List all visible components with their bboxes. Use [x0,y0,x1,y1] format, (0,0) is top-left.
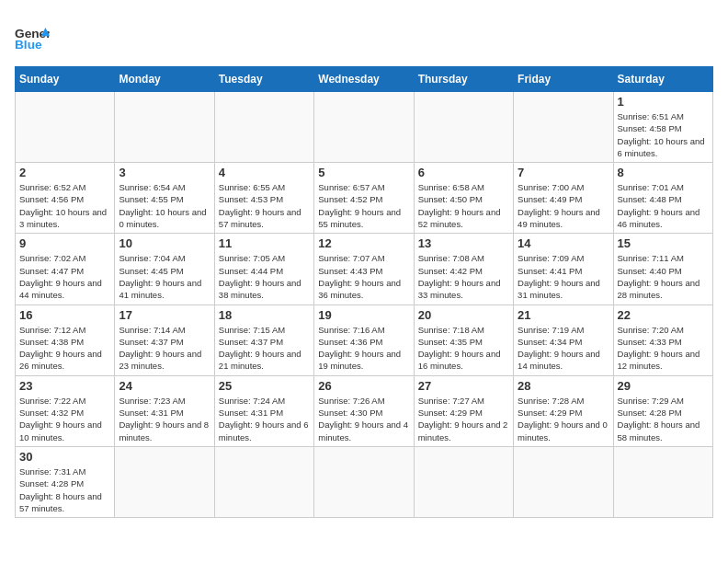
calendar-cell [414,92,513,163]
calendar-cell: 29Sunrise: 7:29 AM Sunset: 4:28 PM Dayli… [613,375,712,446]
day-info: Sunrise: 7:11 AM Sunset: 4:40 PM Dayligh… [618,252,709,301]
day-number: 16 [19,308,110,322]
calendar-week-4: 23Sunrise: 7:22 AM Sunset: 4:32 PM Dayli… [16,375,713,446]
day-info: Sunrise: 7:26 AM Sunset: 4:30 PM Dayligh… [318,395,409,443]
day-info: Sunrise: 7:31 AM Sunset: 4:28 PM Dayligh… [19,465,110,514]
day-number: 2 [19,166,110,179]
calendar-cell: 24Sunrise: 7:23 AM Sunset: 4:31 PM Dayli… [115,375,214,446]
calendar-cell: 14Sunrise: 7:09 AM Sunset: 4:41 PM Dayli… [514,234,613,304]
day-info: Sunrise: 7:09 AM Sunset: 4:41 PM Dayligh… [518,252,609,301]
day-number: 3 [119,166,210,179]
calendar-cell: 28Sunrise: 7:28 AM Sunset: 4:29 PM Dayli… [514,375,613,446]
day-number: 20 [418,308,509,322]
day-header-thursday: Thursday [414,67,513,92]
calendar-cell: 10Sunrise: 7:04 AM Sunset: 4:45 PM Dayli… [115,234,214,304]
calendar-week-3: 16Sunrise: 7:12 AM Sunset: 4:38 PM Dayli… [16,304,713,375]
day-header-wednesday: Wednesday [314,67,414,92]
day-number: 11 [219,236,310,250]
logo-icon: General Blue [15,22,50,57]
day-number: 1 [618,95,709,109]
day-info: Sunrise: 7:15 AM Sunset: 4:37 PM Dayligh… [219,324,310,373]
calendar-cell: 5Sunrise: 6:57 AM Sunset: 4:52 PM Daylig… [314,163,414,234]
day-info: Sunrise: 7:08 AM Sunset: 4:42 PM Dayligh… [418,252,509,301]
calendar-cell [314,92,414,163]
calendar-cell: 12Sunrise: 7:07 AM Sunset: 4:43 PM Dayli… [314,234,414,304]
calendar-cell [613,446,712,517]
logo: General Blue [15,15,50,57]
day-info: Sunrise: 6:58 AM Sunset: 4:50 PM Dayligh… [418,181,509,230]
calendar-cell: 16Sunrise: 7:12 AM Sunset: 4:38 PM Dayli… [16,304,115,375]
day-info: Sunrise: 7:00 AM Sunset: 4:49 PM Dayligh… [518,181,609,230]
calendar-week-1: 2Sunrise: 6:52 AM Sunset: 4:56 PM Daylig… [16,163,713,234]
day-number: 30 [19,450,110,464]
calendar-cell [115,92,214,163]
day-header-saturday: Saturday [613,67,712,92]
calendar-cell: 7Sunrise: 7:00 AM Sunset: 4:49 PM Daylig… [514,163,613,234]
day-number: 17 [119,308,210,322]
day-info: Sunrise: 7:05 AM Sunset: 4:44 PM Dayligh… [219,252,310,301]
day-info: Sunrise: 7:04 AM Sunset: 4:45 PM Dayligh… [119,252,210,301]
calendar-week-2: 9Sunrise: 7:02 AM Sunset: 4:47 PM Daylig… [16,234,713,304]
day-number: 23 [19,379,110,393]
day-number: 18 [219,308,310,322]
day-info: Sunrise: 7:29 AM Sunset: 4:28 PM Dayligh… [618,395,709,443]
day-info: Sunrise: 6:57 AM Sunset: 4:52 PM Dayligh… [318,181,409,230]
calendar-cell: 3Sunrise: 6:54 AM Sunset: 4:55 PM Daylig… [115,163,214,234]
day-number: 21 [518,308,609,322]
calendar-cell: 25Sunrise: 7:24 AM Sunset: 4:31 PM Dayli… [214,375,313,446]
day-info: Sunrise: 6:55 AM Sunset: 4:53 PM Dayligh… [219,181,310,230]
calendar-cell: 6Sunrise: 6:58 AM Sunset: 4:50 PM Daylig… [414,163,513,234]
calendar-cell [16,92,115,163]
day-number: 5 [318,166,409,179]
calendar-cell: 15Sunrise: 7:11 AM Sunset: 4:40 PM Dayli… [613,234,712,304]
day-number: 25 [219,379,310,393]
day-info: Sunrise: 7:02 AM Sunset: 4:47 PM Dayligh… [19,252,110,301]
calendar-cell: 22Sunrise: 7:20 AM Sunset: 4:33 PM Dayli… [613,304,712,375]
header: General Blue [15,15,713,57]
day-number: 24 [119,379,210,393]
day-info: Sunrise: 6:51 AM Sunset: 4:58 PM Dayligh… [618,110,709,159]
day-info: Sunrise: 7:07 AM Sunset: 4:43 PM Dayligh… [318,252,409,301]
day-info: Sunrise: 7:27 AM Sunset: 4:29 PM Dayligh… [418,395,509,443]
calendar-cell: 1Sunrise: 6:51 AM Sunset: 4:58 PM Daylig… [613,92,712,163]
calendar-body: 1Sunrise: 6:51 AM Sunset: 4:58 PM Daylig… [16,92,713,518]
day-number: 19 [318,308,409,322]
day-info: Sunrise: 7:24 AM Sunset: 4:31 PM Dayligh… [219,395,310,443]
day-info: Sunrise: 7:28 AM Sunset: 4:29 PM Dayligh… [518,395,609,443]
calendar-cell [214,446,313,517]
day-info: Sunrise: 7:12 AM Sunset: 4:38 PM Dayligh… [19,324,110,373]
day-number: 27 [418,379,509,393]
calendar-cell: 30Sunrise: 7:31 AM Sunset: 4:28 PM Dayli… [16,446,115,517]
day-info: Sunrise: 7:16 AM Sunset: 4:36 PM Dayligh… [318,324,409,373]
calendar-cell: 4Sunrise: 6:55 AM Sunset: 4:53 PM Daylig… [214,163,313,234]
calendar-cell [115,446,214,517]
calendar-cell: 27Sunrise: 7:27 AM Sunset: 4:29 PM Dayli… [414,375,513,446]
day-number: 8 [618,166,709,179]
day-header-sunday: Sunday [16,67,115,92]
day-info: Sunrise: 7:22 AM Sunset: 4:32 PM Dayligh… [19,395,110,443]
day-info: Sunrise: 6:52 AM Sunset: 4:56 PM Dayligh… [19,181,110,230]
calendar-week-0: 1Sunrise: 6:51 AM Sunset: 4:58 PM Daylig… [16,92,713,163]
calendar-table: SundayMondayTuesdayWednesdayThursdayFrid… [15,66,713,518]
day-number: 28 [518,379,609,393]
day-header-monday: Monday [115,67,214,92]
day-info: Sunrise: 6:54 AM Sunset: 4:55 PM Dayligh… [119,181,210,230]
calendar-cell [514,446,613,517]
calendar-cell: 2Sunrise: 6:52 AM Sunset: 4:56 PM Daylig… [16,163,115,234]
day-number: 14 [518,236,609,250]
calendar-cell: 11Sunrise: 7:05 AM Sunset: 4:44 PM Dayli… [214,234,313,304]
svg-text:Blue: Blue [15,38,42,52]
calendar-week-5: 30Sunrise: 7:31 AM Sunset: 4:28 PM Dayli… [16,446,713,517]
day-number: 29 [618,379,709,393]
day-number: 12 [318,236,409,250]
calendar-cell: 17Sunrise: 7:14 AM Sunset: 4:37 PM Dayli… [115,304,214,375]
day-number: 13 [418,236,509,250]
calendar-cell: 26Sunrise: 7:26 AM Sunset: 4:30 PM Dayli… [314,375,414,446]
calendar-cell: 9Sunrise: 7:02 AM Sunset: 4:47 PM Daylig… [16,234,115,304]
day-number: 26 [318,379,409,393]
day-header-friday: Friday [514,67,613,92]
calendar-header: SundayMondayTuesdayWednesdayThursdayFrid… [16,67,713,92]
day-number: 22 [618,308,709,322]
calendar-cell: 13Sunrise: 7:08 AM Sunset: 4:42 PM Dayli… [414,234,513,304]
day-number: 7 [518,166,609,179]
